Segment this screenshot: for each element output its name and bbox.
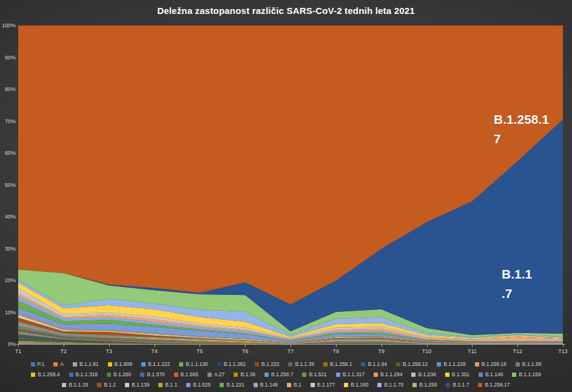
legend-swatch	[311, 383, 315, 387]
stacked-area-svg	[18, 25, 563, 344]
legend-swatch	[437, 362, 441, 367]
annotation-b1-1-7: B.1.1.7	[502, 265, 532, 303]
legend-label: P.1	[38, 362, 45, 367]
legend-swatch	[264, 373, 269, 377]
legend-item-B.1: B.1	[287, 382, 301, 388]
legend-swatch	[31, 373, 35, 377]
legend-item-B.1.149: B.1.149	[254, 382, 278, 388]
legend-item-B.1.1.7: B.1.1.7	[446, 382, 469, 388]
legend-label: B.1.570	[147, 372, 164, 377]
legend-label: B.1.139	[132, 382, 149, 388]
legend-label: B.1.1.39	[295, 362, 314, 367]
legend-swatch	[186, 383, 190, 387]
legend-swatch	[411, 373, 416, 377]
legend-item-B.1.1.159: B.1.1.159	[512, 372, 540, 377]
legend-swatch	[254, 383, 258, 387]
legend-item-B.1.570: B.1.570	[140, 372, 164, 377]
legend-label: B.1.1.91	[79, 362, 99, 367]
legend-swatch	[445, 373, 449, 377]
legend-label: B.1.221	[226, 382, 244, 388]
legend-item-B.1.258: B.1.258	[412, 382, 437, 388]
x-axis-label: T13	[551, 348, 572, 354]
legend-label: B.1.1.70	[384, 382, 403, 388]
legend-swatch	[107, 373, 111, 377]
legend-label: B.1.2	[104, 382, 116, 388]
legend-label: B.1.1.130	[186, 362, 207, 367]
y-axis-label: 20%	[0, 277, 16, 283]
legend-item-B.1.1.294: B.1.1.294	[374, 372, 402, 377]
legend-label: B.1.258.17	[485, 382, 510, 388]
legend-label: B.1.222	[261, 362, 279, 367]
legend-label: B.1.1.159	[519, 372, 540, 377]
legend: P.1AB.1.1.91B.1.609B.1.1.222B.1.1.130B.1…	[0, 359, 572, 390]
legend-label: B.1.1.228	[443, 362, 465, 367]
legend-item-A.27: A.27	[207, 372, 225, 377]
legend-item-B.1.1.29: B.1.1.29	[62, 382, 88, 388]
legend-item-B.1.1.317: B.1.1.317	[336, 372, 365, 377]
legend-swatch	[62, 383, 66, 387]
legend-swatch	[478, 383, 482, 387]
x-tick	[563, 345, 564, 347]
legend-swatch	[516, 362, 520, 367]
y-axis-label: 60%	[0, 150, 16, 156]
legend-label: B.1.1.64	[368, 362, 387, 367]
legend-item-B.1.258.4: B.1.258.4	[31, 372, 59, 377]
legend-swatch	[97, 383, 101, 387]
legend-label: B.1.258.18	[482, 362, 506, 367]
legend-swatch	[344, 383, 348, 387]
legend-swatch	[302, 373, 306, 377]
legend-item-B.1.1.318: B.1.1.318	[69, 372, 98, 377]
chart-title: Deležna zastopanost različic SARS-CoV-2 …	[0, 5, 572, 16]
x-axis-label: T11	[460, 348, 484, 354]
legend-item-B.1.258.7: B.1.258.7	[264, 372, 293, 377]
x-axis-label: T2	[52, 348, 76, 354]
legend-swatch	[174, 373, 178, 377]
legend-row: P.1AB.1.1.91B.1.609B.1.1.222B.1.1.130B.1…	[0, 359, 572, 370]
legend-swatch	[141, 362, 146, 367]
legend-item-B.1.177: B.1.177	[311, 382, 335, 388]
legend-label: B.1.1.58	[522, 362, 542, 367]
legend-label: B.1.258.4	[38, 372, 59, 377]
x-axis-label: T5	[187, 348, 212, 354]
legend-item-B.1.258.17: B.1.258.17	[478, 382, 510, 388]
legend-item-B.1.1.58: B.1.1.58	[516, 362, 542, 367]
legend-item-P.1: P.1	[31, 362, 45, 367]
legend-swatch	[108, 362, 112, 367]
x-tick	[382, 345, 382, 347]
legend-label: B.1.146	[485, 372, 503, 377]
legend-item-B.1.1.64: B.1.1.64	[361, 362, 387, 367]
y-axis-label: 0%	[0, 341, 16, 347]
legend-swatch	[125, 383, 129, 387]
legend-label: B.1.258	[419, 382, 437, 388]
x-tick	[245, 345, 246, 347]
plot-area: B.1.258.17 B.1.1.7 0%10%20%30%40%50%60%7…	[18, 25, 563, 344]
legend-swatch	[336, 373, 340, 377]
legend-item-B.1.521: B.1.521	[302, 372, 326, 377]
x-axis-label: T9	[369, 348, 394, 354]
x-tick	[200, 345, 200, 347]
legend-label: B.1.1.7	[453, 382, 469, 388]
legend-label: B.1.160	[351, 382, 368, 388]
legend-swatch	[412, 383, 417, 387]
legend-label: B.1.1.317	[343, 372, 365, 377]
legend-swatch	[179, 362, 183, 367]
legend-item-B.1.609: B.1.609	[108, 362, 132, 367]
x-tick	[155, 345, 155, 347]
legend-swatch	[158, 383, 163, 387]
legend-label: B.1.565	[181, 372, 198, 377]
legend-swatch	[73, 362, 77, 367]
legend-swatch	[69, 373, 73, 377]
x-axis-label: T1	[6, 348, 30, 354]
legend-label: B.1.1.294	[380, 372, 402, 377]
legend-swatch	[446, 383, 450, 387]
legend-swatch	[396, 362, 400, 367]
legend-swatch	[234, 373, 238, 377]
x-tick	[336, 345, 337, 347]
legend-swatch	[512, 373, 516, 377]
legend-label: B.1.1.222	[148, 362, 170, 367]
legend-item-B.1.1.130: B.1.1.130	[179, 362, 207, 367]
legend-label: B.1.351	[452, 372, 469, 377]
legend-item-A: A	[53, 362, 64, 367]
legend-swatch	[374, 373, 378, 377]
legend-swatch	[377, 383, 382, 387]
